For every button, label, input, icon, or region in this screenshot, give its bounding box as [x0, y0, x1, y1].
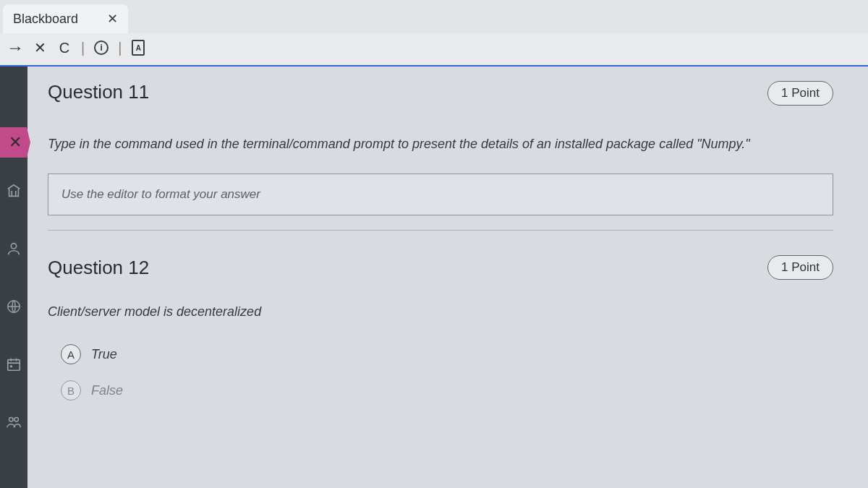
reload-icon[interactable]: C: [56, 40, 72, 56]
question-11-prompt: Type in the command used in the terminal…: [48, 134, 833, 153]
question-12: Question 12 1 Point Client/server model …: [48, 255, 833, 401]
question-12-prompt: Client/server model is decenteralized: [48, 304, 833, 320]
close-panel-badge[interactable]: ✕: [0, 127, 30, 158]
question-11-title: Question 11: [48, 81, 149, 103]
question-11: Question 11 1 Point Type in the command …: [48, 81, 833, 231]
question-12-header: Question 12 1 Point: [48, 255, 833, 280]
question-12-points: 1 Point: [767, 255, 833, 280]
tab-bar: Blackboard ✕: [0, 0, 868, 33]
groups-icon[interactable]: [5, 414, 22, 431]
browser-chrome: Blackboard ✕ → ✕ C | i | A: [0, 0, 868, 67]
toolbar-separator-2: |: [118, 40, 122, 56]
question-12-title: Question 12: [48, 257, 149, 279]
option-a[interactable]: A True: [61, 344, 833, 364]
question-11-points: 1 Point: [767, 81, 833, 106]
content-wrapper: Question 11 1 Point Type in the command …: [0, 67, 868, 488]
option-b[interactable]: B False: [61, 380, 833, 401]
toolbar-separator: |: [81, 40, 85, 56]
globe-icon[interactable]: [5, 298, 22, 315]
svg-rect-2: [8, 360, 20, 371]
svg-point-3: [10, 366, 12, 367]
answer-editor[interactable]: Use the editor to format your answer: [48, 174, 833, 215]
option-a-letter: A: [61, 344, 81, 364]
tab-close-icon[interactable]: ✕: [107, 12, 118, 25]
profile-icon[interactable]: [5, 240, 22, 257]
question-11-header: Question 11 1 Point: [48, 81, 833, 106]
institution-icon[interactable]: [5, 182, 22, 200]
site-info-icon[interactable]: i: [93, 40, 109, 55]
translate-icon[interactable]: A: [130, 40, 146, 56]
browser-toolbar: → ✕ C | i | A: [0, 33, 868, 65]
svg-point-4: [9, 418, 13, 422]
calendar-icon[interactable]: [5, 356, 22, 373]
option-b-label: False: [91, 383, 123, 398]
quiz-main: Question 11 1 Point Type in the command …: [27, 67, 868, 488]
svg-point-0: [11, 244, 16, 249]
svg-point-5: [14, 418, 18, 422]
stop-icon[interactable]: ✕: [32, 39, 48, 56]
browser-tab[interactable]: Blackboard ✕: [3, 4, 128, 33]
forward-icon[interactable]: →: [7, 38, 23, 58]
tab-title: Blackboard: [13, 12, 78, 27]
question-divider: [48, 230, 833, 231]
option-b-letter: B: [61, 380, 81, 401]
option-a-label: True: [91, 347, 117, 362]
close-icon: ✕: [9, 133, 22, 152]
